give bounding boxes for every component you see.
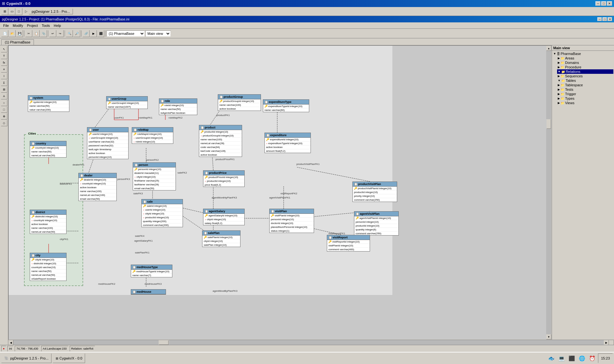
ltool-2[interactable]: T	[1, 53, 7, 59]
menu-bar: File Modify Project Tools Help	[0, 22, 614, 29]
tool-cut[interactable]: ✂	[25, 30, 32, 37]
tool-connect[interactable]: 🔗	[83, 30, 90, 37]
table-system[interactable]: 📋system 🔑systemId integer(10) name varch…	[28, 95, 69, 112]
ltool-6[interactable]: Σ	[1, 80, 7, 86]
tool-zoom-in[interactable]: 🔍	[66, 30, 73, 37]
menu-modify[interactable]: Modify	[11, 23, 25, 28]
tb-btn2[interactable]: ▭	[8, 8, 15, 15]
taskbar-icon1[interactable]: 🐟	[547, 354, 556, 363]
pg-minimize[interactable]: ─	[597, 17, 602, 21]
ltool-10[interactable]: □	[1, 106, 7, 113]
hscroll-right[interactable]: ▶	[604, 340, 609, 345]
table-rolemap[interactable]: 📋roleMap 🔑roleMapId integer(10) ⬦userGro…	[132, 127, 173, 144]
tree-root[interactable]: ▼ 🗄 PharmaBase	[553, 51, 613, 56]
tree-views[interactable]: ▶📁Views	[557, 101, 613, 105]
pg-close[interactable]: ✕	[608, 17, 612, 21]
start-pgdesigner[interactable]: 🐘 pgDesigner 1.2.5 - Pro...	[1, 353, 51, 363]
table-visitreport[interactable]: 📋visitReport 🔑visitReportId integer(10) …	[327, 235, 370, 252]
tree-trigger[interactable]: ▶📁Trigger	[557, 92, 613, 96]
table-city[interactable]: 📋city 🔑cityId integer(10) ⬦districtId in…	[30, 253, 67, 281]
tool-paste[interactable]: 📎	[40, 30, 47, 37]
table-user[interactable]: 📋user 🔑userId integer(10) ⬦userGroupId i…	[87, 127, 129, 159]
left-toolbar: ↖ T fx ≡ I Σ ⊞ A ○ □ ⊕ ◇	[0, 45, 8, 345]
cities-group-label: Cities	[27, 132, 37, 135]
tool-undo[interactable]: ↩	[49, 30, 56, 37]
table-productgroup[interactable]: 📋productGroup 🔑productGroupId integer(10…	[218, 94, 261, 111]
table-country[interactable]: 📋country 🔑countryId integer(10) name var…	[30, 141, 67, 158]
menu-project[interactable]: Project	[25, 23, 40, 28]
table-medhousetype[interactable]: 📋medHouseType 🔑medHouseTypeId integer(10…	[131, 265, 172, 277]
tree-tests[interactable]: ▶📁Tests	[557, 87, 613, 92]
tool-run[interactable]: ▶	[90, 30, 97, 37]
tool-open[interactable]: 📂	[9, 30, 16, 37]
taskbar-icon5[interactable]: ⏰	[588, 354, 597, 363]
table-role[interactable]: 📋role 🔑roleId integer(10) name varchar(5…	[159, 98, 197, 115]
tree-relations[interactable]: ▼📁Relations	[557, 69, 613, 74]
tb-btn1[interactable]: ⊞	[1, 8, 8, 15]
table-product[interactable]: 📋product 🔑productId integer(10) ⬦product…	[199, 125, 242, 157]
ltool-12[interactable]: ◇	[1, 120, 7, 126]
view-dropdown[interactable]: Main view	[145, 30, 171, 37]
tree-tables[interactable]: ▼📁Tables	[557, 78, 613, 83]
table-expenditure[interactable]: 📋expenditure 🔑expenditureId integer(10) …	[264, 133, 311, 153]
table-agentsalary[interactable]: 📋agentSalary 🔑agentSalaryId integer(10) …	[203, 209, 245, 225]
status-position: 74,796 - 796,430	[15, 346, 40, 352]
taskbar-icon4[interactable]: 🌐	[578, 354, 586, 363]
vscroll-down[interactable]: ▼	[546, 334, 551, 339]
hscroll-left[interactable]: ◀	[8, 340, 13, 345]
ltool-3[interactable]: fx	[1, 59, 7, 66]
ltool-8[interactable]: A	[1, 93, 7, 99]
tool-redo[interactable]: ↪	[57, 30, 64, 37]
pg-restore[interactable]: □	[602, 17, 607, 21]
tool-new[interactable]: 📄	[1, 30, 8, 37]
canvas[interactable]: ▲	[8, 45, 552, 340]
status-indicator: ini	[7, 346, 13, 352]
project-dropdown[interactable]: (1) PharmaBase	[106, 30, 145, 37]
tree-types[interactable]: ▶📁Types	[557, 96, 613, 101]
scroll-top[interactable]: ▲	[546, 46, 551, 51]
table-visitplan[interactable]: 📋visitPlan 🔑visitPlanId integer(10) pers…	[269, 209, 314, 233]
table-medhouse-partial[interactable]: 📋medHouse	[131, 289, 166, 295]
menu-file[interactable]: File	[1, 23, 11, 28]
tb-btn3[interactable]: □	[15, 8, 22, 15]
table-productprice[interactable]: 📋productPrice 🔑productPriceId integer(10…	[203, 170, 245, 187]
inner-title-btn: pgDesigner 1.2.5 - Pro...	[29, 9, 73, 14]
table-district[interactable]: 📋district 🔑districtId integer(10) ⬦count…	[30, 210, 67, 234]
ltool-7[interactable]: ⊞	[1, 86, 7, 93]
ltool-9[interactable]: ○	[1, 100, 7, 106]
maximize-btn[interactable]: □	[601, 1, 606, 6]
taskbar-clock: 15:23	[598, 353, 613, 363]
table-agentvisitplan[interactable]: 📋agentVisitPlan 🔑agentVisitPlanId intege…	[354, 211, 399, 236]
tree-sequences[interactable]: ▶📁Sequences	[557, 74, 613, 78]
tree-procedure[interactable]: ▶📁Procedure	[557, 65, 613, 69]
table-person[interactable]: 📋person 🔑personId integer(10) dealerId m…	[133, 162, 176, 190]
taskbar-icon2[interactable]: 💻	[557, 354, 566, 363]
table-sale[interactable]: 📋sale 🔑saleId integer(10) ⬦userId intege…	[141, 199, 183, 227]
table-dealer[interactable]: 📋dealer 🔑dealerId integer(10) ⬦countryId…	[78, 173, 117, 201]
tree-domains[interactable]: ▶📁Domains	[557, 60, 613, 65]
menu-help[interactable]: Help	[52, 23, 63, 28]
menu-tools[interactable]: Tools	[40, 23, 52, 28]
minimize-btn[interactable]: ─	[595, 1, 601, 6]
tab-pharmabase[interactable]: (1) PharmaBase	[1, 39, 34, 45]
table-saleplan[interactable]: 📋salePlan 🔑salePlanId integer(10) cityId…	[202, 230, 240, 247]
main-toolbar: 📄 📂 💾 ✂ 📋 📎 ↩ ↪ 🔍 🔎 🔗 ▶ ⬛ (1) PharmaBase…	[0, 29, 614, 38]
table-usergroup[interactable]: 📋userGroup 🔑userGroupId integer(10) name…	[106, 96, 148, 109]
tree-tablespace[interactable]: ▶📁Tablespace	[557, 83, 613, 87]
close-btn[interactable]: ✕	[607, 1, 612, 6]
tool-copy[interactable]: 📋	[33, 30, 40, 37]
taskbar-icon3[interactable]: ⬛	[567, 354, 576, 363]
outer-title-text: Cygwin/X - 0:0	[6, 2, 30, 5]
ltool-4[interactable]: ≡	[1, 66, 7, 73]
table-expendituretype[interactable]: 📋expenditureType 🔑expenditureTypeId inte…	[263, 99, 309, 112]
ltool-5[interactable]: I	[1, 73, 7, 79]
svg-text:personFK3: personFK3	[117, 178, 130, 181]
taskbar-cygwin[interactable]: ⊞ Cygwin/X - 0:0	[53, 353, 85, 363]
tool-zoom-out[interactable]: 🔎	[73, 30, 80, 37]
table-productvisitplan[interactable]: 📋productVisitPlan 🔑productVisitPlanId in…	[352, 182, 397, 202]
tool-stop[interactable]: ⬛	[97, 30, 104, 37]
ltool-1[interactable]: ↖	[1, 46, 7, 52]
tree-areas[interactable]: ▶📁Areas	[557, 56, 613, 60]
tool-save[interactable]: 💾	[16, 30, 23, 37]
ltool-11[interactable]: ⊕	[1, 113, 7, 120]
